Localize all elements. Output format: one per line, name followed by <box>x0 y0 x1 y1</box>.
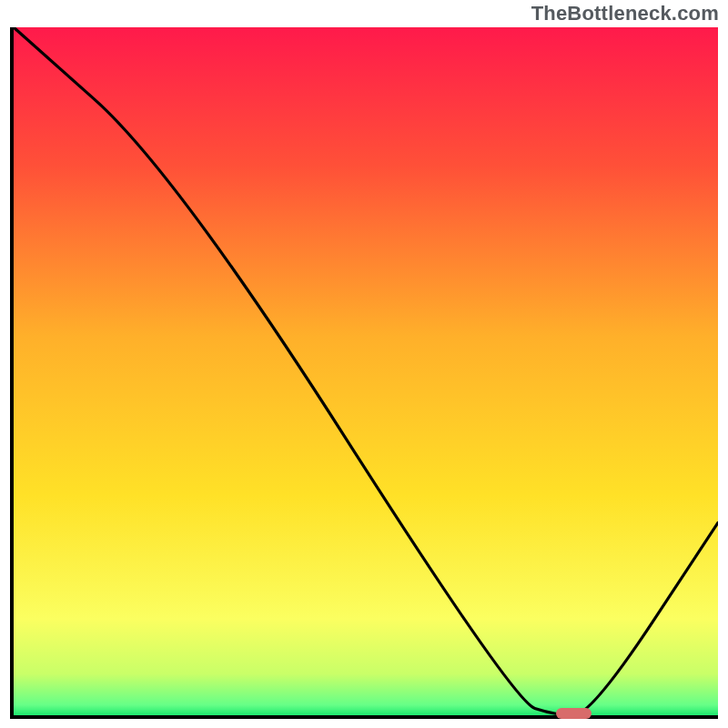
chart-plot-area <box>14 27 718 715</box>
optimal-range-marker <box>556 708 592 719</box>
chart-background <box>14 27 718 715</box>
chart-frame: TheBottleneck.com <box>0 0 728 728</box>
watermark-label: TheBottleneck.com <box>531 2 719 25</box>
